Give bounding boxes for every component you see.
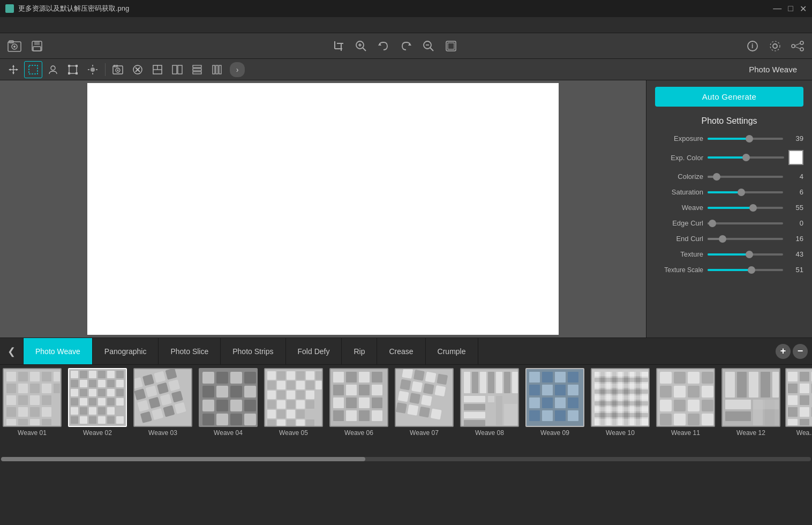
maximize-button[interactable]: □ (788, 4, 793, 14)
undo-button[interactable] (373, 36, 394, 56)
svg-rect-255 (555, 410, 566, 421)
fit-button[interactable] (441, 36, 461, 56)
close-button[interactable]: ✕ (800, 4, 807, 14)
thumb-weave-10[interactable]: Weave 10 (588, 367, 652, 455)
transform-tool[interactable] (64, 61, 82, 78)
end-curl-row: End Curl 16 (655, 235, 803, 243)
saturation-label: Saturation (655, 188, 703, 196)
colorize-row: Colorize 4 (655, 172, 803, 181)
svg-rect-297 (761, 372, 770, 398)
svg-rect-317 (800, 419, 809, 425)
weave-slider[interactable] (708, 207, 783, 209)
move-tool[interactable] (4, 61, 22, 78)
minimize-button[interactable]: — (773, 4, 781, 14)
thumb-weave-11[interactable]: Weave 11 (653, 367, 718, 455)
vstrip-tool[interactable] (208, 61, 226, 78)
add-tab-button[interactable]: + (776, 344, 791, 359)
save-button[interactable] (27, 36, 47, 56)
svg-point-52 (117, 69, 119, 71)
exposure-slider[interactable] (708, 138, 783, 140)
exp-color-swatch[interactable] (788, 150, 803, 165)
select-tool[interactable] (24, 61, 42, 78)
tab-crumple[interactable]: Crumple (426, 338, 478, 364)
tab-rip[interactable]: Rip (342, 338, 377, 364)
toolbar2-more-button[interactable]: › (230, 62, 245, 77)
svg-rect-241 (529, 372, 540, 382)
thumb-weave-09[interactable]: Weave 09 (523, 367, 587, 455)
texture-slider[interactable] (708, 253, 783, 256)
thumb-weave-06[interactable]: Weave 06 (327, 367, 391, 455)
svg-rect-244 (568, 372, 578, 382)
thumb-img-01 (3, 368, 62, 427)
exp-color-slider[interactable] (708, 156, 784, 159)
menu-bar (0, 17, 812, 33)
thumb-weave-07[interactable]: Weave 07 (392, 367, 456, 455)
svg-rect-84 (30, 407, 40, 417)
canvas-white (87, 83, 559, 335)
remove-tab-button[interactable]: − (793, 344, 808, 359)
svg-rect-89 (42, 419, 51, 425)
photo-settings-title: Photo Settings (655, 116, 803, 126)
thumb-weave-01[interactable]: Weave 01 (0, 367, 64, 455)
thumbnail-scrollbar[interactable] (0, 455, 812, 463)
svg-rect-155 (244, 400, 256, 411)
svg-rect-94 (98, 371, 106, 378)
saturation-value: 6 (787, 188, 803, 196)
thumb-label-02: Weave 02 (83, 429, 112, 437)
crop-button[interactable] (328, 36, 349, 56)
scrollbar-thumb[interactable] (1, 457, 365, 461)
zoom-in-button[interactable] (351, 36, 371, 56)
tabs-scroll-left[interactable]: ❮ (0, 338, 24, 364)
thumb-weave-12[interactable]: Weave 12 (719, 367, 783, 455)
tab-fold-defy[interactable]: Fold Defy (286, 338, 342, 364)
tab-photo-strips[interactable]: Photo Strips (221, 338, 285, 364)
remove-tool[interactable] (129, 61, 147, 78)
svg-rect-206 (346, 410, 357, 421)
svg-rect-107 (107, 389, 115, 396)
svg-rect-167 (267, 381, 276, 389)
tab-photo-weave[interactable]: Photo Weave (24, 338, 93, 364)
redo-button[interactable] (396, 36, 416, 56)
svg-rect-292 (702, 414, 713, 425)
title-bar: 更多资源以及默认解压密码获取.png — □ ✕ (0, 0, 812, 17)
open-photo-button[interactable] (4, 36, 25, 56)
colorize-slider[interactable] (708, 176, 783, 178)
photo-tool[interactable] (109, 61, 127, 78)
thumb-label-05: Weave 05 (279, 429, 308, 437)
thumb-weave-13[interactable]: Wea... (784, 367, 812, 455)
tab-photo-slice[interactable]: Photo Slice (159, 338, 221, 364)
thumb-weave-04[interactable]: Weave 04 (196, 367, 260, 455)
thumb-weave-03[interactable]: Weave 03 (131, 367, 195, 455)
portrait-tool[interactable] (44, 61, 62, 78)
hstrip-tool[interactable] (188, 61, 206, 78)
saturation-slider[interactable] (708, 191, 783, 193)
svg-rect-243 (555, 372, 566, 382)
end-curl-slider[interactable] (708, 238, 783, 240)
svg-rect-208 (372, 410, 382, 421)
tab-panographic[interactable]: Panographic (93, 338, 159, 364)
thumb-weave-02[interactable]: Weave 02 (65, 367, 130, 455)
svg-rect-174 (277, 391, 285, 399)
tab-crease[interactable]: Crease (377, 338, 425, 364)
thumb-weave-05[interactable]: Weave 05 (261, 367, 326, 455)
texture-scale-slider[interactable] (708, 269, 783, 271)
light-tool[interactable] (84, 61, 102, 78)
svg-rect-179 (277, 400, 285, 409)
svg-rect-77 (54, 384, 60, 393)
settings-button[interactable] (765, 36, 785, 56)
expose-tool[interactable] (148, 61, 167, 78)
share-button[interactable] (787, 36, 808, 56)
info-button[interactable]: i (742, 36, 763, 56)
svg-rect-186 (296, 410, 305, 418)
auto-generate-button[interactable]: Auto Generate (655, 87, 803, 107)
svg-rect-106 (98, 389, 106, 396)
thumb-weave-08[interactable]: Weave 08 (457, 367, 522, 455)
texture-value: 43 (787, 250, 803, 258)
svg-rect-195 (359, 372, 370, 382)
scrollbar-track[interactable] (1, 457, 811, 461)
zoom-out-button[interactable] (418, 36, 439, 56)
edge-curl-slider[interactable] (708, 222, 783, 224)
vsplit-tool[interactable] (168, 61, 186, 78)
svg-rect-253 (529, 410, 540, 421)
svg-rect-191 (306, 419, 314, 426)
